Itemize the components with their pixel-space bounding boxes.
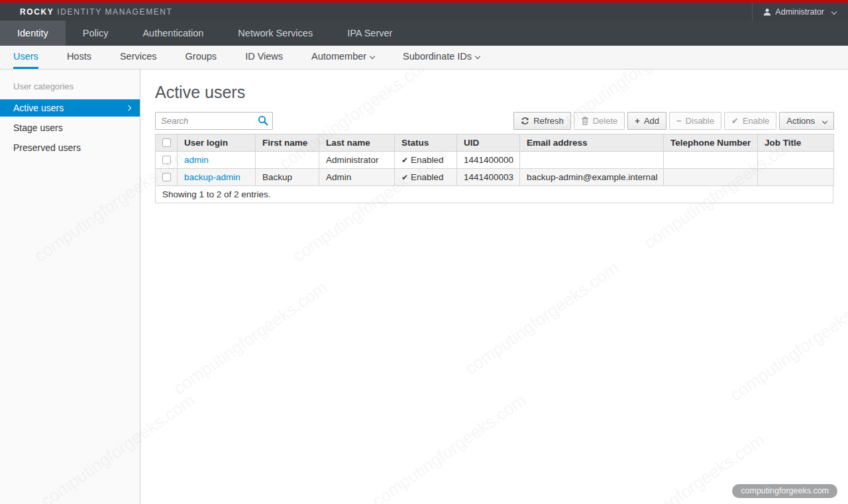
button-label: Refresh [533,116,564,126]
main-nav-policy[interactable]: Policy [66,21,126,46]
last-name-cell: Admin [319,169,395,186]
select-all-cell [156,134,178,152]
telephone-cell [664,169,758,186]
page-title: Active users [155,83,834,102]
sidebar-item-preserved-users[interactable]: Preserved users [0,139,140,156]
main-nav-authentication[interactable]: Authentication [125,21,221,46]
content-area: Active users Refresh [140,70,848,504]
user-link[interactable]: admin [184,155,209,165]
main-nav-label: Network Services [238,28,313,38]
trash-icon [581,117,589,125]
brand-primary: ROCKY [20,7,54,17]
user-link[interactable]: backup-admin [184,172,240,182]
refresh-button[interactable]: Refresh [513,112,571,130]
user-icon [763,8,771,16]
col-email: Email address [520,134,664,152]
tab-label: Automember [311,51,366,62]
brand-logo: ROCKYIDENTITY MANAGEMENT [20,7,173,17]
button-label: Disable [686,116,714,126]
main-nav-label: Identity [17,28,48,38]
plus-icon: + [635,117,640,125]
tab-groups[interactable]: Groups [186,46,217,69]
sidebar: User categories Active users Stage users… [0,70,140,504]
caret-down-icon [822,118,827,123]
uid-cell: 1441400003 [457,169,520,186]
search-input[interactable] [155,112,273,130]
enable-button[interactable]: ✔ Enable [724,112,776,130]
tab-services[interactable]: Services [120,46,157,69]
tab-users[interactable]: Users [13,46,38,69]
main-nav-ipa-server[interactable]: IPA Server [330,21,409,46]
users-table: User login First name Last name Status U… [155,134,834,186]
tab-label: Subordinate IDs [403,51,472,62]
sidebar-item-stage-users[interactable]: Stage users [0,119,140,136]
col-user-login: User login [178,134,256,152]
row-checkbox[interactable] [162,156,171,164]
table-header-row: User login First name Last name Status U… [156,134,834,152]
minus-icon: − [676,117,682,125]
delete-button[interactable]: Delete [574,112,625,130]
actions-button[interactable]: Actions [779,112,834,130]
uid-cell: 1441400000 [457,152,520,169]
table-row: backup-admin Backup Admin ✔Enabled 14414… [156,169,834,186]
col-telephone: Telephone Number [664,134,758,152]
col-uid: UID [457,134,520,152]
user-login-cell: admin [178,152,256,169]
chevron-down-icon [370,53,375,58]
chevron-down-icon [475,53,480,58]
tab-automember[interactable]: Automember [311,46,374,69]
tab-id-views[interactable]: ID Views [245,46,283,69]
disable-button[interactable]: − Disable [669,112,721,130]
tab-label: Groups [186,51,217,62]
main-nav-label: IPA Server [347,28,392,38]
select-all-checkbox[interactable] [162,138,171,147]
status-label: Enabled [411,172,444,182]
add-button[interactable]: + Add [627,112,666,130]
col-status: Status [395,134,457,152]
chevron-down-icon [831,9,837,14]
tab-subordinate-ids[interactable]: Subordinate IDs [403,46,480,69]
last-name-cell: Administrator [319,152,395,169]
main-nav-label: Policy [83,28,109,38]
status-label: Enabled [411,155,444,165]
sidebar-header: User categories [0,76,140,99]
job-title-cell [758,152,834,169]
row-checkbox[interactable] [162,173,171,181]
action-buttons: Refresh Delete + Add − Disable ✔ [513,112,834,130]
main-nav-identity[interactable]: Identity [0,21,66,46]
row-select-cell [156,152,178,169]
email-cell [520,152,664,169]
brand-secondary: IDENTITY MANAGEMENT [57,7,172,17]
watermark-badge: computingforgeeks.com [732,484,837,498]
check-icon: ✔ [401,173,408,182]
tab-hosts[interactable]: Hosts [67,46,91,69]
button-label: Delete [593,116,618,126]
email-cell: backup-admin@example.internal [520,169,664,186]
tab-label: Users [13,51,38,62]
button-label: Add [644,116,659,126]
check-icon: ✔ [401,156,408,165]
user-menu[interactable]: Administrator [752,3,848,21]
search-box [155,112,273,130]
check-icon: ✔ [731,117,739,125]
main-nav-label: Authentication [142,28,203,38]
button-label: Actions [786,116,815,126]
sidebar-item-label: Preserved users [13,142,81,153]
tab-label: Hosts [67,51,91,62]
first-name-cell [256,152,319,169]
sidebar-item-active-users[interactable]: Active users [0,99,140,117]
col-last-name: Last name [319,134,395,152]
main-nav-network-services[interactable]: Network Services [221,21,330,46]
button-label: Enable [743,116,769,126]
main-nav: Identity Policy Authentication Network S… [0,21,848,46]
table-summary: Showing 1 to 2 of 2 entries. [155,186,833,203]
tab-label: Services [120,51,157,62]
sidebar-item-label: Active users [13,103,64,113]
col-job-title: Job Title [758,134,834,152]
user-login-cell: backup-admin [178,169,256,186]
masthead: ROCKYIDENTITY MANAGEMENT Administrator [0,0,848,21]
table-row: admin Administrator ✔Enabled 1441400000 [156,152,834,169]
tab-label: ID Views [245,51,283,62]
job-title-cell [758,169,834,186]
search-icon[interactable] [258,115,268,128]
